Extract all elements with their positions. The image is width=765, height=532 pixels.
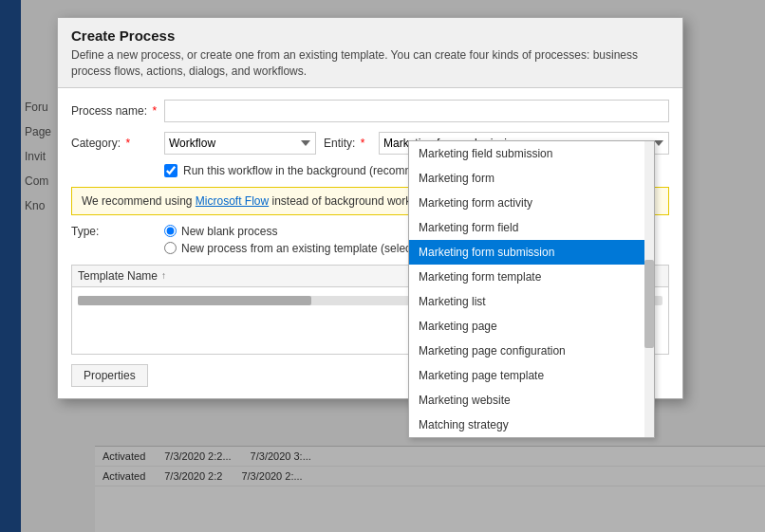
dropdown-item-9[interactable]: Marketing page template <box>409 363 654 388</box>
sort-arrow-icon: ↑ <box>161 270 166 281</box>
dropdown-item-2[interactable]: Marketing form activity <box>409 191 654 215</box>
category-select[interactable]: Workflow <box>164 132 316 155</box>
template-name-header-text: Template Name <box>78 269 158 283</box>
entity-dropdown-menu: Marketing field submission Marketing for… <box>408 140 655 438</box>
type-label: Type: <box>71 225 157 238</box>
category-label: Category: * <box>71 137 157 150</box>
dialog-description: Define a new process, or create one from… <box>71 47 669 80</box>
dropdown-item-11[interactable]: Matching strategy <box>409 413 654 437</box>
radio-new-blank-input[interactable] <box>164 225 177 237</box>
dropdown-scrollbar[interactable] <box>644 141 654 437</box>
background-workflow-checkbox[interactable] <box>164 164 177 177</box>
required-indicator: * <box>152 104 157 118</box>
dropdown-item-7[interactable]: Marketing page <box>409 314 654 339</box>
dropdown-item-5[interactable]: Marketing form template <box>409 265 654 289</box>
dropdown-item-0[interactable]: Marketing field submission <box>409 141 654 166</box>
category-required: * <box>125 137 130 150</box>
dropdown-scrollbar-thumb <box>644 260 654 349</box>
dropdown-item-6[interactable]: Marketing list <box>409 289 654 314</box>
dropdown-scroll-container: Marketing field submission Marketing for… <box>409 141 654 437</box>
process-name-label: Process name: * <box>71 104 157 118</box>
radio-from-template-input[interactable] <box>164 242 177 254</box>
process-name-row: Process name: * <box>71 100 669 122</box>
dropdown-item-10[interactable]: Marketing website <box>409 388 654 413</box>
dialog-title: Create Process <box>71 28 669 44</box>
entity-required: * <box>361 137 365 150</box>
dropdown-item-4[interactable]: Marketing form submission <box>409 240 654 265</box>
dropdown-item-3[interactable]: Marketing form field <box>409 215 654 240</box>
dropdown-item-8[interactable]: Marketing page configuration <box>409 339 654 363</box>
dialog-header: Create Process Define a new process, or … <box>58 18 682 88</box>
scroll-thumb <box>78 296 311 305</box>
properties-button[interactable]: Properties <box>71 364 148 387</box>
entity-label: Entity: * <box>324 137 371 150</box>
microsoft-flow-link[interactable]: Microsoft Flow <box>196 194 269 208</box>
radio-new-blank-label: New blank process <box>181 225 277 238</box>
dropdown-item-1[interactable]: Marketing form <box>409 166 654 191</box>
process-name-input[interactable] <box>164 100 669 122</box>
